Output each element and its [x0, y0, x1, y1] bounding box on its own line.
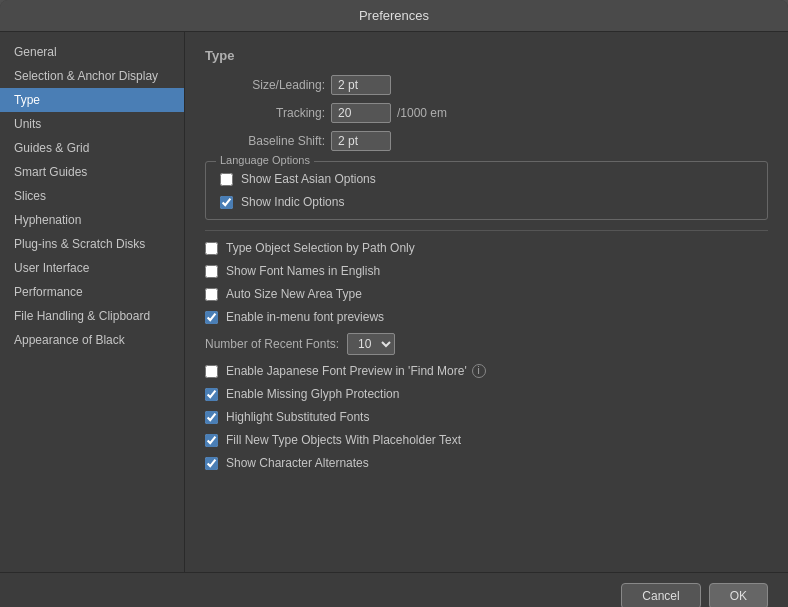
- enable-inmenu-row: Enable in-menu font previews: [205, 310, 768, 324]
- auto-size-label: Auto Size New Area Type: [226, 287, 362, 301]
- language-options-group: Language Options Show East Asian Options…: [205, 161, 768, 220]
- recent-fonts-row: Number of Recent Fonts: 5 10 15 20: [205, 333, 768, 355]
- sidebar-item-general[interactable]: General: [0, 40, 184, 64]
- type-object-selection-row: Type Object Selection by Path Only: [205, 241, 768, 255]
- auto-size-checkbox[interactable]: [205, 288, 218, 301]
- cancel-button[interactable]: Cancel: [621, 583, 700, 607]
- show-font-names-label: Show Font Names in English: [226, 264, 380, 278]
- tracking-input[interactable]: [331, 103, 391, 123]
- dialog-footer: Cancel OK: [0, 572, 788, 607]
- tracking-unit: /1000 em: [397, 106, 447, 120]
- show-indic-checkbox[interactable]: [220, 196, 233, 209]
- sidebar-item-guides-grid[interactable]: Guides & Grid: [0, 136, 184, 160]
- fill-placeholder-checkbox[interactable]: [205, 434, 218, 447]
- show-char-alternates-checkbox[interactable]: [205, 457, 218, 470]
- size-leading-row: Size/Leading:: [215, 75, 768, 95]
- show-char-alternates-row: Show Character Alternates: [205, 456, 768, 470]
- auto-size-row: Auto Size New Area Type: [205, 287, 768, 301]
- highlight-substituted-row: Highlight Substituted Fonts: [205, 410, 768, 424]
- show-char-alternates-label: Show Character Alternates: [226, 456, 369, 470]
- show-east-asian-checkbox[interactable]: [220, 173, 233, 186]
- show-east-asian-label: Show East Asian Options: [241, 172, 376, 186]
- enable-missing-glyph-label: Enable Missing Glyph Protection: [226, 387, 399, 401]
- sidebar-item-selection-anchor[interactable]: Selection & Anchor Display: [0, 64, 184, 88]
- fill-placeholder-label: Fill New Type Objects With Placeholder T…: [226, 433, 461, 447]
- sidebar-item-user-interface[interactable]: User Interface: [0, 256, 184, 280]
- info-icon: i: [472, 364, 486, 378]
- sidebar: GeneralSelection & Anchor DisplayTypeUni…: [0, 32, 185, 572]
- sidebar-item-type[interactable]: Type: [0, 88, 184, 112]
- sidebar-item-performance[interactable]: Performance: [0, 280, 184, 304]
- sidebar-item-hyphenation[interactable]: Hyphenation: [0, 208, 184, 232]
- size-leading-input[interactable]: [331, 75, 391, 95]
- recent-fonts-select[interactable]: 5 10 15 20: [347, 333, 395, 355]
- baseline-shift-input[interactable]: [331, 131, 391, 151]
- show-indic-label: Show Indic Options: [241, 195, 344, 209]
- content-panel: Type Size/Leading: Tracking: /1000 em Ba…: [185, 32, 788, 572]
- show-font-names-row: Show Font Names in English: [205, 264, 768, 278]
- section-title: Type: [205, 48, 768, 63]
- show-east-asian-row: Show East Asian Options: [220, 172, 753, 186]
- language-options-label: Language Options: [216, 154, 314, 166]
- baseline-shift-row: Baseline Shift:: [215, 131, 768, 151]
- enable-inmenu-checkbox[interactable]: [205, 311, 218, 324]
- type-object-selection-label: Type Object Selection by Path Only: [226, 241, 415, 255]
- sidebar-item-file-handling[interactable]: File Handling & Clipboard: [0, 304, 184, 328]
- title-bar: Preferences: [0, 0, 788, 32]
- divider-1: [205, 230, 768, 231]
- ok-button[interactable]: OK: [709, 583, 768, 607]
- fill-placeholder-row: Fill New Type Objects With Placeholder T…: [205, 433, 768, 447]
- show-font-names-checkbox[interactable]: [205, 265, 218, 278]
- sidebar-item-plugins-scratch[interactable]: Plug-ins & Scratch Disks: [0, 232, 184, 256]
- baseline-shift-label: Baseline Shift:: [215, 134, 325, 148]
- sidebar-item-slices[interactable]: Slices: [0, 184, 184, 208]
- highlight-substituted-checkbox[interactable]: [205, 411, 218, 424]
- preferences-dialog: Preferences GeneralSelection & Anchor Di…: [0, 0, 788, 607]
- enable-missing-glyph-checkbox[interactable]: [205, 388, 218, 401]
- enable-japanese-label: Enable Japanese Font Preview in 'Find Mo…: [226, 364, 467, 378]
- enable-inmenu-label: Enable in-menu font previews: [226, 310, 384, 324]
- sidebar-item-smart-guides[interactable]: Smart Guides: [0, 160, 184, 184]
- size-leading-label: Size/Leading:: [215, 78, 325, 92]
- tracking-row: Tracking: /1000 em: [215, 103, 768, 123]
- enable-japanese-row: Enable Japanese Font Preview in 'Find Mo…: [205, 364, 768, 378]
- sidebar-item-units[interactable]: Units: [0, 112, 184, 136]
- type-object-selection-checkbox[interactable]: [205, 242, 218, 255]
- recent-fonts-label: Number of Recent Fonts:: [205, 337, 339, 351]
- highlight-substituted-label: Highlight Substituted Fonts: [226, 410, 369, 424]
- sidebar-item-appearance-black[interactable]: Appearance of Black: [0, 328, 184, 352]
- tracking-label: Tracking:: [215, 106, 325, 120]
- dialog-body: GeneralSelection & Anchor DisplayTypeUni…: [0, 32, 788, 572]
- show-indic-row: Show Indic Options: [220, 195, 753, 209]
- enable-missing-glyph-row: Enable Missing Glyph Protection: [205, 387, 768, 401]
- enable-japanese-checkbox[interactable]: [205, 365, 218, 378]
- dialog-title: Preferences: [359, 8, 429, 23]
